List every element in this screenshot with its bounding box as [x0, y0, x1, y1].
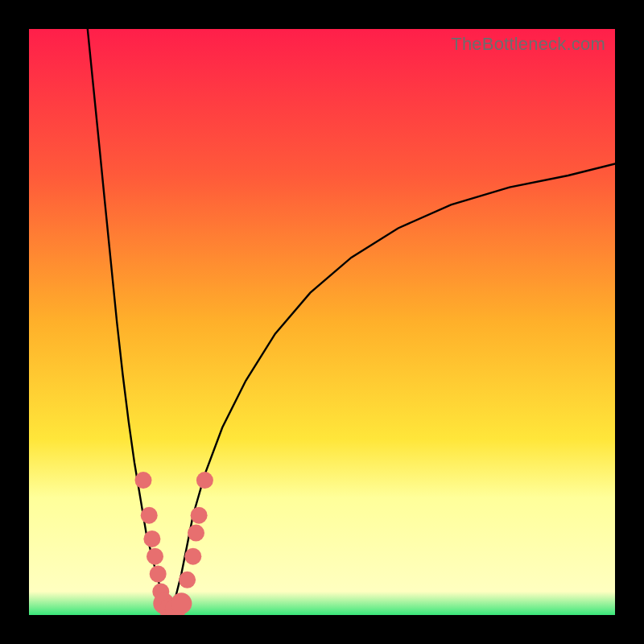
chart-frame: TheBottleneck.com — [0, 0, 644, 644]
data-marker — [184, 548, 201, 565]
data-marker — [150, 566, 167, 583]
data-marker — [188, 525, 204, 542]
marker-cluster — [135, 472, 213, 615]
data-marker — [196, 472, 213, 489]
data-marker — [135, 472, 152, 489]
plot-area: TheBottleneck.com — [29, 29, 615, 615]
data-marker — [179, 572, 196, 588]
data-marker — [191, 507, 208, 524]
curve-left-branch — [88, 29, 170, 615]
watermark-text: TheBottleneck.com — [451, 34, 605, 55]
data-marker — [143, 530, 160, 547]
data-marker — [141, 507, 158, 524]
curve-right-branch — [170, 163, 615, 615]
data-marker — [171, 592, 192, 613]
data-marker — [147, 548, 163, 565]
curve-layer — [29, 29, 615, 615]
